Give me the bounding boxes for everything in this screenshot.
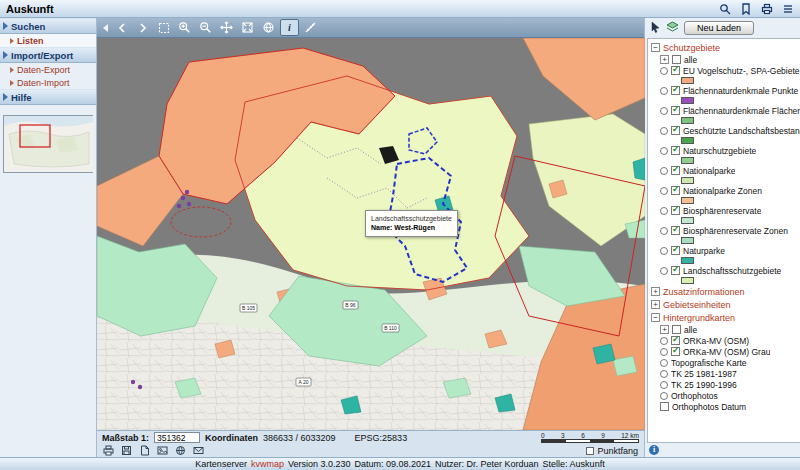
export-image-button[interactable] <box>157 445 168 456</box>
info-icon[interactable]: i <box>649 445 659 455</box>
layer-radio[interactable] <box>660 127 668 135</box>
sidebar-item-daten-import[interactable]: Daten-Import <box>0 76 96 89</box>
layer-label[interactable]: Topografische Karte <box>671 358 747 368</box>
export-pdf-button[interactable] <box>139 445 150 456</box>
svg-text:B 96: B 96 <box>345 302 356 308</box>
refresh-map-button[interactable] <box>259 19 278 36</box>
send-mail-button[interactable] <box>193 445 204 456</box>
collapse-sidebar-button[interactable] <box>100 19 110 36</box>
collapse-icon[interactable]: − <box>651 43 660 52</box>
group-label[interactable]: Schutzgebiete <box>663 43 720 53</box>
layer-checkbox[interactable] <box>671 226 680 235</box>
group-label[interactable]: Zusatzinformationen <box>663 287 745 297</box>
layer-radio[interactable] <box>660 247 668 255</box>
layer-radio[interactable] <box>660 370 668 378</box>
info-query-button[interactable]: i <box>280 19 299 36</box>
layer-label[interactable]: Geschützte Landschaftsbestandteile <box>683 126 800 136</box>
layer-label[interactable]: TK 25 1990-1996 <box>671 380 737 390</box>
search-icon[interactable] <box>719 3 731 15</box>
expand-icon[interactable]: + <box>660 325 669 334</box>
layer-radio[interactable] <box>660 267 668 275</box>
print-map-button[interactable] <box>103 445 114 456</box>
history-forward-button[interactable] <box>133 19 152 36</box>
full-extent-button[interactable] <box>238 19 257 36</box>
layer-checkbox[interactable] <box>671 266 680 275</box>
layer-checkbox[interactable] <box>671 106 680 115</box>
sidebar-item-listen[interactable]: Listen <box>0 34 96 47</box>
layer-label[interactable]: Naturschutzgebiete <box>683 146 756 156</box>
expand-icon[interactable]: + <box>651 287 660 296</box>
layer-radio[interactable] <box>660 187 668 195</box>
layer-checkbox[interactable] <box>660 402 669 411</box>
layer-radio[interactable] <box>660 348 668 356</box>
layer-radio[interactable] <box>660 337 668 345</box>
layer-checkbox[interactable] <box>671 347 680 356</box>
layer-label[interactable]: Naturparke <box>683 246 725 256</box>
collapse-icon[interactable]: − <box>651 313 660 322</box>
sidebar-section-import-export[interactable]: Import/Export <box>0 47 96 63</box>
scale-input[interactable] <box>154 432 200 443</box>
layer-radio[interactable] <box>660 87 668 95</box>
zoom-in-button[interactable] <box>175 19 194 36</box>
share-link-button[interactable] <box>175 445 186 456</box>
overview-map[interactable] <box>3 115 93 173</box>
layer-radio[interactable] <box>660 167 668 175</box>
footer-app-link[interactable]: kvwmap <box>251 459 284 469</box>
expand-icon[interactable]: + <box>651 300 660 309</box>
expand-icon[interactable]: + <box>660 55 669 64</box>
punktfang-checkbox[interactable] <box>586 447 594 455</box>
layer-checkbox[interactable] <box>671 186 680 195</box>
layer-radio[interactable] <box>660 67 668 75</box>
layer-checkbox[interactable] <box>672 55 681 64</box>
layer-checkbox[interactable] <box>671 86 680 95</box>
group-label[interactable]: Gebietseinheiten <box>663 300 731 310</box>
layer-checkbox[interactable] <box>671 166 680 175</box>
layer-label[interactable]: Orthophotos Datum <box>672 402 746 412</box>
layer-label[interactable]: Landschaftsschutzgebiete <box>683 266 781 276</box>
printer-icon[interactable] <box>761 3 773 15</box>
group-label[interactable]: Hintergrundkarten <box>663 313 735 323</box>
sidebar-section-hilfe[interactable]: Hilfe <box>0 89 96 105</box>
layer-label[interactable]: Nationalparke Zonen <box>683 186 762 196</box>
sidebar-item-daten-export[interactable]: Daten-Export <box>0 63 96 76</box>
bookmark-icon[interactable] <box>740 3 752 15</box>
layer-label[interactable]: Flächennaturdenkmale Punkte <box>683 86 798 96</box>
zoom-box-button[interactable] <box>154 19 173 36</box>
measure-button[interactable] <box>301 19 320 36</box>
layer-checkbox[interactable] <box>671 206 680 215</box>
layer-checkbox[interactable] <box>671 336 680 345</box>
layer-label[interactable]: alle <box>684 325 697 335</box>
layer-radio[interactable] <box>660 392 668 400</box>
layer-checkbox[interactable] <box>671 246 680 255</box>
layer-label[interactable]: Biosphärenreservate Zonen <box>683 226 788 236</box>
map-canvas[interactable]: B 105 B 96 B 110 A 20 Landschaftsschutzg… <box>97 38 645 430</box>
layer-label[interactable]: alle <box>684 55 697 65</box>
layer-label[interactable]: Flächennaturdenkmale Flächen <box>683 106 800 116</box>
layer-label[interactable]: ORKa-MV (OSM) <box>683 336 749 346</box>
cursor-select-icon[interactable] <box>650 21 661 35</box>
zoom-out-button[interactable] <box>196 19 215 36</box>
layer-label[interactable]: TK 25 1981-1987 <box>671 369 737 379</box>
layer-checkbox[interactable] <box>672 325 681 334</box>
layer-checkbox[interactable] <box>671 146 680 155</box>
pan-button[interactable] <box>217 19 236 36</box>
layer-label[interactable]: EU Vogelschutz-, SPA-Gebiete <box>683 66 800 76</box>
layers-icon[interactable] <box>666 21 679 35</box>
layer-radio[interactable] <box>660 107 668 115</box>
history-back-button[interactable] <box>112 19 131 36</box>
layer-checkbox[interactable] <box>671 66 680 75</box>
layer-radio[interactable] <box>660 147 668 155</box>
layer-label[interactable]: ORKa-MV (OSM) Grau <box>683 347 770 357</box>
layer-label[interactable]: Nationalparke <box>683 166 735 176</box>
sidebar-section-suchen[interactable]: Suchen <box>0 18 96 34</box>
layer-label[interactable]: Orthophotos <box>671 391 718 401</box>
layer-checkbox[interactable] <box>671 126 680 135</box>
save-map-button[interactable] <box>121 445 132 456</box>
layer-label[interactable]: Biosphärenreservate <box>683 206 761 216</box>
reload-button[interactable]: Neu Laden <box>684 21 754 35</box>
layer-radio[interactable] <box>660 359 668 367</box>
menu-icon[interactable] <box>782 3 794 15</box>
layer-radio[interactable] <box>660 227 668 235</box>
layer-radio[interactable] <box>660 207 668 215</box>
layer-radio[interactable] <box>660 381 668 389</box>
